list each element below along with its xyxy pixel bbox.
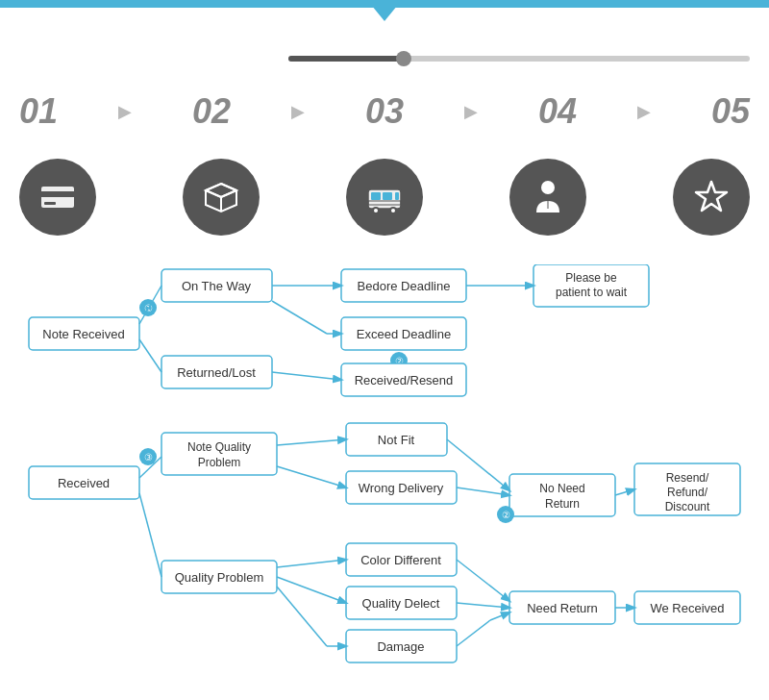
top-bar <box>0 0 769 8</box>
svg-line-35 <box>139 339 161 372</box>
need-return-label: Need Return <box>527 601 598 615</box>
note-quality-line2: Problem <box>198 456 241 469</box>
arrow-3: ▶ <box>464 101 478 122</box>
svg-line-70 <box>457 620 490 646</box>
svg-marker-5 <box>206 184 236 197</box>
note-received-label: Note Received <box>42 327 124 341</box>
quality-defect-label: Quality Delect <box>362 596 440 611</box>
svg-rect-1 <box>40 191 75 197</box>
resend-refund-line3: Discount <box>665 500 710 513</box>
svg-point-18 <box>391 209 395 212</box>
svg-rect-12 <box>371 192 381 200</box>
svg-line-63 <box>615 489 634 495</box>
arrow-2: ▶ <box>291 101 305 122</box>
svg-line-68 <box>457 560 509 601</box>
svg-line-8 <box>221 190 236 197</box>
svg-line-37 <box>272 301 327 334</box>
color-different-label: Color Different <box>360 553 441 567</box>
svg-line-69 <box>457 603 509 608</box>
please-wait-line1: Please be <box>565 271 617 285</box>
svg-rect-13 <box>383 192 392 200</box>
no-need-return-line1: No Need <box>539 482 584 495</box>
resend-refund-line2: Refund/ <box>667 486 708 499</box>
not-fit-label: Not Fit <box>378 433 415 447</box>
damage-label: Damage <box>377 639 424 654</box>
box-icon <box>183 159 260 236</box>
svg-line-64 <box>277 560 346 567</box>
before-deadline-label: Bedore Deadline <box>358 279 451 293</box>
step-1-number: 01 <box>19 91 58 132</box>
svg-rect-14 <box>395 192 399 200</box>
top-arrow <box>367 0 402 21</box>
resend-refund-line1: Resend/ <box>666 471 709 485</box>
step-3-number: 03 <box>365 91 404 132</box>
received-label: Received <box>58 476 110 490</box>
step-2-number: 02 <box>192 91 231 132</box>
svg-line-62 <box>457 488 509 495</box>
svg-point-17 <box>374 209 378 212</box>
exceed-deadline-label: Exceed Deadline <box>357 327 451 341</box>
svg-text:③: ③ <box>144 452 153 462</box>
person-icon <box>509 159 586 236</box>
arrow-4: ▶ <box>637 101 651 122</box>
no-need-return-line2: Return <box>545 497 580 511</box>
svg-rect-2 <box>44 202 56 205</box>
step-5-number: 05 <box>711 91 750 132</box>
svg-line-60 <box>277 466 346 488</box>
step-4-number: 04 <box>538 91 577 132</box>
please-wait-line2: patient to wait <box>556 286 628 299</box>
progress-track <box>288 56 750 62</box>
progress-thumb <box>396 51 411 66</box>
svg-line-7 <box>206 190 221 197</box>
note-quality-line1: Note Quality <box>187 440 251 454</box>
on-the-way-label: On The Way <box>182 279 252 293</box>
progress-bar[interactable] <box>288 53 750 64</box>
wrong-delivery-label: Wrong Delivery <box>359 481 444 495</box>
received-resend-label: Received/Resend <box>355 373 454 388</box>
quality-problem-label: Quality Problem <box>175 570 263 585</box>
icons-row <box>19 159 750 236</box>
svg-text:②: ② <box>502 510 510 520</box>
svg-point-20 <box>541 181 555 194</box>
svg-line-40 <box>272 372 341 380</box>
returned-lost-label: Returned/Lost <box>177 365 256 380</box>
card-icon <box>19 159 96 236</box>
we-received-label: We Received <box>650 601 724 615</box>
bus-icon <box>346 159 423 236</box>
svg-line-59 <box>277 439 346 445</box>
svg-line-71 <box>490 612 509 620</box>
progress-fill <box>288 56 404 62</box>
svg-line-66 <box>277 587 327 646</box>
flowchart: Note Received ① On The Way Bedore Deadli… <box>0 264 769 700</box>
star-icon <box>673 159 750 236</box>
svg-line-58 <box>139 493 161 577</box>
arrow-1: ▶ <box>118 101 132 122</box>
steps-row: 01 ▶ 02 ▶ 03 ▶ 04 ▶ 05 <box>19 91 750 132</box>
svg-marker-22 <box>696 182 727 211</box>
